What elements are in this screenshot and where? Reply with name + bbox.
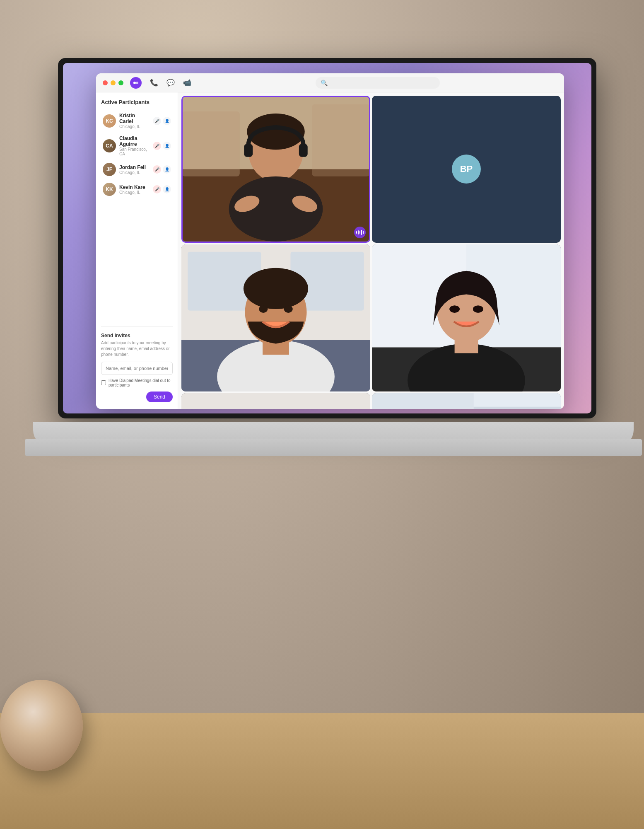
window-controls [103,80,123,85]
screen-bezel: 📞 💬 📹 🔍 Active Participants [58,58,596,418]
list-item: JF Jordan Fell Chicago, IL 🎤 👤 [101,160,173,179]
mic-muted-icon[interactable]: 🎤 [153,142,161,150]
participant-name: Jordan Fell [119,164,150,170]
avatar: KK [103,183,116,196]
svg-point-0 [133,82,136,84]
nav-icons: 📞 💬 📹 [150,79,191,87]
dialout-checkbox[interactable] [101,380,106,385]
mic-muted-icon[interactable]: 🎤 [153,185,161,193]
svg-point-1 [136,82,138,84]
participant-location: Chicago, IL [119,190,150,195]
active-participants-title: Active Participants [101,99,173,105]
svg-point-24 [284,305,293,313]
participant-name: Kevin Kare [119,184,150,190]
person-icon[interactable]: 👤 [163,165,171,174]
avatar: CA [103,139,116,152]
video-cell-5 [181,393,370,409]
chat-nav-icon[interactable]: 💬 [166,79,175,87]
svg-rect-54 [474,393,561,409]
svg-point-33 [473,305,483,313]
person-icon[interactable]: 👤 [163,117,171,125]
invite-input[interactable] [101,362,173,375]
send-invites-section: Send invites Add participants to your me… [101,326,173,402]
svg-rect-8 [244,144,253,157]
person-icon[interactable]: 👤 [163,185,171,193]
mic-icon[interactable]: 🎤 [153,117,161,125]
participant-location: Chicago, IL [119,170,150,175]
audio-indicator [354,227,366,238]
video-cell-6 [372,393,561,409]
svg-point-22 [244,268,308,309]
send-invites-title: Send invites [101,333,173,338]
mic-muted-icon[interactable]: 🎤 [153,165,161,174]
search-icon: 🔍 [321,80,328,86]
app-logo [130,77,142,89]
title-bar: 📞 💬 📹 🔍 [96,73,564,92]
video-cell-3 [181,244,370,392]
send-invites-description: Add participants to your meeting by ente… [101,340,173,358]
minimize-button[interactable] [111,80,116,85]
svg-point-23 [259,305,268,313]
participant-location: Chicago, IL [119,124,150,129]
svg-rect-13 [312,104,369,176]
phone-nav-icon[interactable]: 📞 [150,79,158,87]
participant-name: Kristin Carlel [119,113,150,124]
search-bar[interactable]: 🔍 [316,77,440,89]
participant-list: KC Kristin Carlel Chicago, IL 🎤 👤 [101,110,173,322]
sidebar: Active Participants KC Kristin Carlel Ch… [96,92,178,409]
list-item: KK Kevin Kare Chicago, IL 🎤 👤 [101,180,173,198]
svg-rect-35 [181,393,370,409]
laptop-base [25,439,642,456]
send-button[interactable]: Send [146,392,173,402]
laptop: 📞 💬 📹 🔍 Active Participants [58,58,644,829]
video-cell-2: BP [372,96,561,243]
checkbox-label: Have Dialpad Meetings dial out to partic… [109,378,173,387]
participant-name: Claudia Aguirre [119,135,150,147]
app-window: 📞 💬 📹 🔍 Active Participants [96,73,564,409]
main-content: Active Participants KC Kristin Carlel Ch… [96,92,564,409]
participant-location: San Francisco, CA [119,147,150,156]
list-item: KC Kristin Carlel Chicago, IL 🎤 👤 [101,110,173,131]
video-area: BP [178,92,564,409]
person-icon[interactable]: 👤 [163,142,171,150]
bp-avatar: BP [452,155,481,184]
avatar: KC [103,114,116,128]
maximize-button[interactable] [118,80,123,85]
close-button[interactable] [103,80,108,85]
video-cell-1 [181,96,370,243]
screen-inner: 📞 💬 📹 🔍 Active Participants [63,63,591,413]
list-item: CA Claudia Aguirre San Francisco, CA 🎤 👤 [101,133,173,159]
svg-rect-9 [299,144,308,157]
video-nav-icon[interactable]: 📹 [183,79,191,87]
video-grid: BP [178,92,564,409]
video-cell-4 [372,244,561,392]
svg-point-32 [449,305,460,313]
svg-rect-12 [183,111,240,176]
avatar: JF [103,163,116,176]
